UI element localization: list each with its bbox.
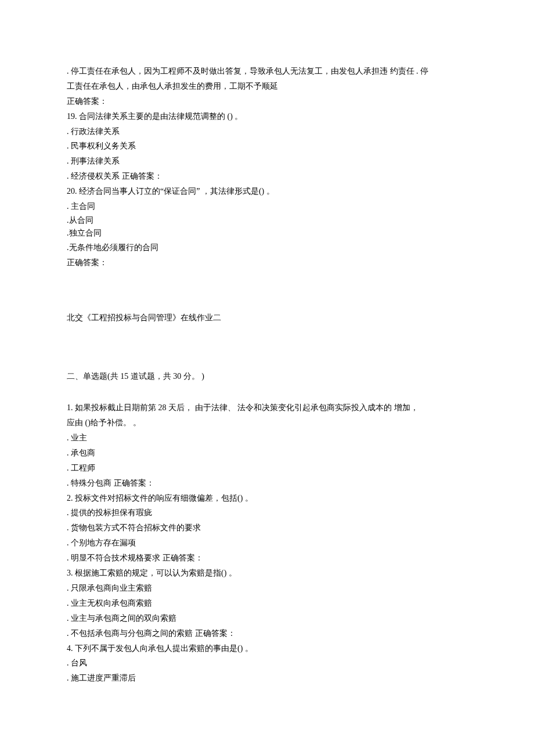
q18-answer-label: 正确答案： [67,94,467,109]
q3-option-2: . 业主无权向承包商索赔 [67,596,467,611]
q19-number: 19. [67,109,77,124]
q18-tail-text-2: 工责任在承包人，由承包人承担发生的费用，工期不予顺延 [67,79,467,94]
q3-option-1: . 只限承包商向业主索赔 [67,581,467,596]
spacer [67,325,467,369]
q1-option-2: . 承包商 [67,446,467,461]
spacer [67,391,467,400]
q4-option-1: . 台风 [67,656,467,671]
document-title: 北交《工程招投标与合同管理》在线作业二 [67,310,467,325]
q1-option-4: . 特殊分包商 正确答案： [67,476,467,491]
spacer [67,384,467,391]
q20-answer-label: 正确答案： [67,255,467,270]
q2-option-4: . 明显不符合技术规格要求 正确答案： [67,551,467,566]
q2-number: 2. [67,491,73,506]
q19-text: 合同法律关系主要的是由法律规范调整的 () 。 [77,112,243,121]
q4-stem: 4. 下列不属于发包人向承包人提出索赔的事由是() 。 [67,641,467,656]
q3-option-3: . 业主与承包商之间的双向索赔 [67,611,467,626]
q1-number: 1. [67,400,73,415]
q19-option-2: . 民事权利义务关系 [67,139,467,154]
q3-stem: 3. 根据施工索赔的规定，可以认为索赔是指() 。 [67,566,467,581]
q19-option-1: . 行政法律关系 [67,124,467,139]
q2-stem: 2. 投标文件对招标文件的响应有细微偏差，包括() 。 [67,491,467,506]
q18-tail-text-1: . 停工责任在承包人，因为工程师不及时做出答复，导致承包人无法复工，由发包人承担… [67,64,467,79]
q4-number: 4. [67,641,73,656]
q19-option-4: . 经济侵权关系 正确答案： [67,169,467,184]
q20-option-1: . 主合同 [67,199,467,214]
q1-option-3: . 工程师 [67,461,467,476]
q20-text: 经济合同当事人订立的“保证合同” ，其法律形式是() 。 [77,187,275,196]
q1-option-1: . 业主 [67,431,467,446]
q3-text: 根据施工索赔的规定，可以认为索赔是指() 。 [73,569,237,577]
section-header: 二、单选题(共 15 道试题，共 30 分。 ) [67,369,467,384]
q2-text: 投标文件对招标文件的响应有细微偏差，包括() 。 [73,494,253,502]
q20-option-4: .无条件地必须履行的合同 [67,240,467,255]
q2-option-2: . 货物包装方式不符合招标文件的要求 [67,520,467,536]
q3-number: 3. [67,566,73,581]
q2-option-1: . 提供的投标担保有瑕疵 [67,505,467,520]
q4-option-2: . 施工进度严重滞后 [67,671,467,686]
q1-stem-line2: 应由 ()给予补偿。 。 [67,415,467,431]
q4-text: 下列不属于发包人向承包人提出索赔的事由是() 。 [73,644,253,653]
q19-stem: 19. 合同法律关系主要的是由法律规范调整的 () 。 [67,109,467,124]
q19-option-3: . 刑事法律关系 [67,154,467,169]
q20-stem: 20. 经济合同当事人订立的“保证合同” ，其法律形式是() 。 [67,184,467,199]
q1-text-1: 如果投标截止日期前第 28 天后， 由于法律、 法令和决策变化引起承包商实际投入… [73,403,418,412]
q20-option-2: .从合同 [67,214,467,227]
q20-number: 20. [67,184,77,199]
q2-option-3: . 个别地方存在漏项 [67,536,467,551]
q1-stem-line1: 1. 如果投标截止日期前第 28 天后， 由于法律、 法令和决策变化引起承包商实… [67,400,467,415]
spacer [67,270,467,310]
q3-option-4: . 不包括承包商与分包商之间的索赔 正确答案： [67,626,467,641]
q20-option-3: .独立合同 [67,227,467,240]
